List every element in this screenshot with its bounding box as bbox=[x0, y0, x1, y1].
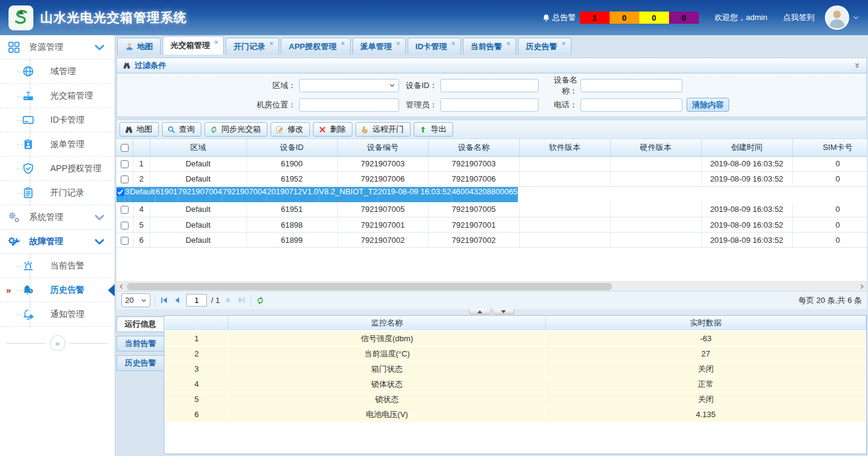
table-cell: 7921907003 bbox=[428, 156, 519, 171]
bottom-tab-group: 运行信息当前告警历史告警 bbox=[116, 315, 164, 454]
table-row[interactable]: 1Default61900792190700379219070032019-08… bbox=[116, 156, 867, 171]
delete-button[interactable]: 删除 bbox=[313, 122, 352, 137]
current-alarm-tab[interactable]: 当前告警 bbox=[116, 336, 164, 352]
clear-content-button[interactable]: 清除内容 bbox=[687, 98, 729, 112]
column-header[interactable]: 设备编号 bbox=[337, 139, 428, 156]
tab-cabinet-management[interactable]: 光交箱管理× bbox=[163, 36, 224, 55]
row-checkbox[interactable] bbox=[121, 175, 129, 183]
scrollbar-thumb[interactable] bbox=[127, 283, 612, 290]
column-header[interactable]: SIM卡号 bbox=[792, 139, 867, 156]
scroll-right-icon[interactable] bbox=[858, 282, 866, 291]
alarm-badge-major[interactable]: 0 bbox=[610, 12, 639, 24]
tab-close-icon[interactable]: × bbox=[269, 39, 274, 48]
export-button[interactable]: 导出 bbox=[414, 122, 453, 137]
query-button[interactable]: 查询 bbox=[162, 122, 201, 137]
gears-icon bbox=[7, 211, 21, 224]
filter-collapse-icon[interactable] bbox=[853, 62, 861, 69]
page-size-select[interactable]: 20 bbox=[121, 293, 150, 307]
sidebar-item-app-auth-management[interactable]: APP授权管理 bbox=[0, 157, 115, 181]
sidebar-collapse: » bbox=[0, 335, 115, 351]
avatar-chevron-down-icon[interactable] bbox=[852, 14, 860, 21]
filter-field: 管理员： bbox=[399, 98, 539, 112]
sidebar-item-id-card-management[interactable]: ID卡管理 bbox=[0, 108, 115, 132]
toolbar-button-label: 修改 bbox=[288, 124, 303, 135]
map-button[interactable]: 地图 bbox=[119, 122, 159, 137]
sidebar-item-domain-management[interactable]: 域管理 bbox=[0, 60, 115, 84]
sidebar-collapse-button[interactable]: » bbox=[50, 335, 66, 351]
column-header[interactable]: 设备ID bbox=[246, 139, 337, 156]
last-page-button[interactable] bbox=[237, 296, 246, 305]
tab-history-alarm[interactable]: 历史告警× bbox=[518, 38, 571, 55]
refresh-button[interactable] bbox=[255, 296, 265, 305]
row-checkbox[interactable] bbox=[121, 206, 129, 214]
first-page-button[interactable] bbox=[160, 296, 169, 305]
sidebar-item-label: 通知管理 bbox=[50, 309, 84, 320]
tab-map[interactable]: 地图 bbox=[117, 38, 161, 55]
table-row[interactable]: 4Default61951792190700579219070052019-08… bbox=[116, 202, 867, 217]
horizontal-scrollbar[interactable] bbox=[116, 281, 867, 291]
splitter-collapse-down-handle[interactable] bbox=[493, 309, 514, 315]
signin-link[interactable]: 点我签到 bbox=[783, 12, 815, 23]
tab-app-auth-management[interactable]: APP授权管理× bbox=[281, 38, 351, 55]
table-row[interactable]: 2Default61952792190700679219070062019-08… bbox=[116, 171, 867, 186]
sidebar-item-dispatch-management[interactable]: 派单管理 bbox=[0, 132, 115, 157]
alarm-badge-minor[interactable]: 0 bbox=[639, 12, 669, 24]
tab-close-icon[interactable]: × bbox=[396, 39, 400, 48]
device-id-input[interactable] bbox=[440, 79, 539, 92]
sidebar-section-resource-management[interactable]: 资源管理 bbox=[0, 35, 115, 60]
row-checkbox[interactable] bbox=[121, 222, 129, 230]
column-header[interactable]: 软件版本 bbox=[519, 139, 610, 156]
clipboard-icon bbox=[22, 186, 35, 199]
sidebar-item-cabinet-management[interactable]: 光交箱管理 bbox=[0, 84, 115, 108]
sidebar-item-notification-management[interactable]: 通知管理 bbox=[0, 302, 115, 327]
sidebar-item-open-door-records[interactable]: 开门记录 bbox=[0, 181, 115, 205]
region-select[interactable] bbox=[299, 79, 399, 92]
column-header[interactable]: 硬件版本 bbox=[610, 139, 701, 156]
column-header[interactable]: 区域 bbox=[150, 139, 246, 156]
next-page-button[interactable] bbox=[224, 296, 233, 305]
sidebar-section-system-management[interactable]: 系统管理 bbox=[0, 205, 115, 230]
divider bbox=[155, 295, 155, 306]
tab-close-icon[interactable]: × bbox=[506, 39, 511, 48]
history-alarm-tab[interactable]: 历史告警 bbox=[116, 355, 164, 371]
tab-close-icon[interactable]: × bbox=[562, 39, 566, 48]
phone-input[interactable] bbox=[580, 98, 682, 112]
row-checkbox[interactable] bbox=[116, 188, 124, 196]
sidebar-item-history-alarm[interactable]: »历史告警 bbox=[0, 278, 115, 302]
row-checkbox[interactable] bbox=[121, 237, 129, 245]
tab-current-alarm[interactable]: 当前告警× bbox=[463, 38, 516, 55]
scroll-left-icon[interactable] bbox=[117, 282, 126, 291]
tab-bar: 地图光交箱管理×开门记录×APP授权管理×派单管理×ID卡管理×当前告警×历史告… bbox=[115, 35, 868, 55]
manager-input[interactable] bbox=[440, 98, 539, 112]
splitter-collapse-up-handle[interactable] bbox=[469, 309, 491, 315]
tab-id-card-management[interactable]: ID卡管理× bbox=[408, 38, 461, 55]
table-row[interactable]: 3Default61901792190700479219070042019071… bbox=[116, 187, 518, 202]
row-checkbox[interactable] bbox=[121, 160, 129, 168]
page-number-input[interactable] bbox=[186, 294, 207, 307]
room-location-input[interactable] bbox=[299, 98, 399, 112]
tab-close-icon[interactable]: × bbox=[341, 39, 345, 48]
device-name-input[interactable] bbox=[580, 79, 682, 92]
tab-close-icon[interactable]: × bbox=[214, 38, 218, 47]
select-all-checkbox[interactable] bbox=[121, 144, 129, 152]
tab-dispatch-management[interactable]: 派单管理× bbox=[352, 38, 406, 55]
table-row[interactable]: 5Default61898792190700179219070012019-08… bbox=[116, 217, 867, 233]
app-logo-icon bbox=[8, 5, 33, 30]
run-info-tab[interactable]: 运行信息 bbox=[116, 316, 164, 332]
alarm-badge-critical[interactable]: 1 bbox=[580, 12, 610, 24]
column-header[interactable]: 创建时间 bbox=[701, 139, 792, 156]
filter-title: 过滤条件 bbox=[135, 60, 166, 71]
sidebar-section-fault-management[interactable]: 故障管理 bbox=[0, 230, 115, 254]
delete-icon bbox=[318, 125, 327, 134]
avatar[interactable] bbox=[824, 5, 850, 30]
tab-close-icon[interactable]: × bbox=[451, 39, 456, 48]
sidebar-item-current-alarm[interactable]: 当前告警 bbox=[0, 254, 115, 278]
remote-open-button[interactable]: 远程开门 bbox=[355, 122, 411, 137]
modify-button[interactable]: 修改 bbox=[271, 122, 310, 137]
column-header[interactable]: 设备名称 bbox=[428, 139, 519, 156]
sync-cabinet-button[interactable]: 同步光交箱 bbox=[204, 122, 267, 137]
prev-page-button[interactable] bbox=[173, 296, 182, 305]
alarm-badge-warning[interactable]: 0 bbox=[669, 12, 699, 24]
table-row[interactable]: 6Default61899792190700279219070022019-08… bbox=[116, 233, 867, 248]
tab-open-door-records[interactable]: 开门记录× bbox=[226, 38, 279, 55]
